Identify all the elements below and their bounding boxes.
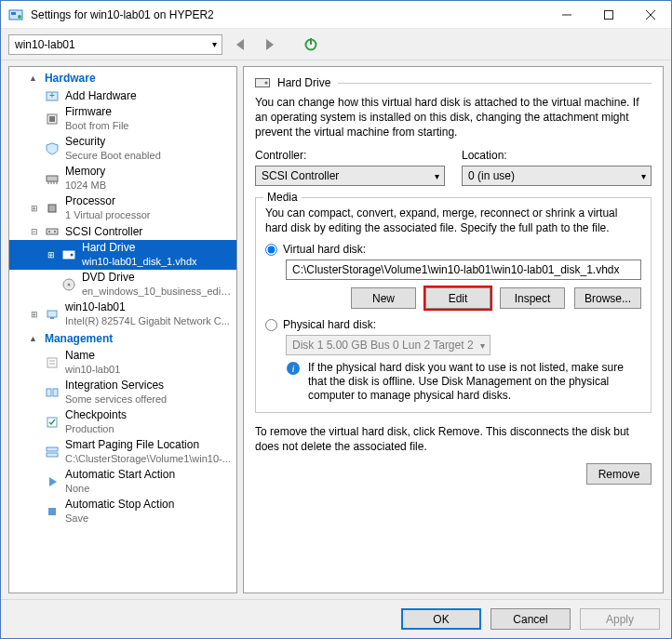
power-icon[interactable] — [302, 36, 319, 53]
hard-drive-icon — [61, 247, 76, 262]
browse-button[interactable]: Browse... — [574, 287, 641, 309]
location-select[interactable]: 0 (in use) ▾ — [462, 166, 652, 186]
svg-rect-34 — [53, 389, 58, 396]
apply-button: Apply — [580, 608, 660, 630]
vhd-radio-label: Virtual hard disk: — [283, 243, 366, 256]
autostart-icon — [45, 474, 60, 489]
svg-text:i: i — [291, 363, 294, 374]
app-icon — [8, 7, 23, 22]
remove-description: To remove the virtual hard disk, click R… — [255, 424, 652, 454]
settings-window: Settings for win10-lab01 on HYPER2 win10… — [0, 0, 672, 639]
hardware-section-header: ▲Hardware — [9, 69, 236, 87]
tree-processor[interactable]: ⊞ Processor1 Virtual processor — [9, 193, 236, 223]
tree-add-hardware[interactable]: + Add Hardware — [9, 87, 236, 104]
physical-disk-value: Disk 1 5.00 GB Bus 0 Lun 2 Target 2 — [292, 339, 474, 352]
svg-rect-39 — [48, 508, 56, 515]
inspect-button[interactable]: Inspect — [500, 287, 565, 309]
tree-hard-drive[interactable]: ⊞ Hard Drivewin10-lab01_disk_1.vhdx — [9, 240, 236, 270]
svg-point-22 — [48, 231, 50, 233]
edit-button[interactable]: Edit — [425, 287, 491, 309]
media-group: Media You can compact, convert, expand, … — [255, 197, 652, 413]
svg-marker-7 — [236, 39, 244, 50]
vhd-path-input[interactable] — [286, 260, 641, 280]
tree-dvd-drive[interactable]: DVD Driveen_windows_10_business_editi... — [9, 270, 236, 300]
management-section-header: ▲Management — [9, 329, 236, 348]
physical-disk-select: Disk 1 5.00 GB Bus 0 Lun 2 Target 2 ▾ — [286, 335, 491, 355]
cancel-button[interactable]: Cancel — [491, 608, 571, 630]
tree-integration-services[interactable]: Integration ServicesSome services offere… — [9, 378, 236, 407]
physical-radio[interactable] — [265, 319, 277, 331]
vm-selector-value: win10-lab01 — [15, 38, 75, 51]
add-hardware-icon: + — [45, 88, 60, 103]
svg-point-41 — [265, 82, 268, 85]
tree-network-adapter[interactable]: ⊞ win10-lab01Intel(R) 82574L Gigabit Net… — [9, 300, 236, 329]
svg-point-27 — [67, 284, 70, 286]
chevron-down-icon: ▾ — [435, 171, 439, 181]
physical-radio-row[interactable]: Physical hard disk: — [265, 318, 641, 331]
vhd-radio[interactable] — [265, 244, 277, 256]
hard-drive-icon — [255, 76, 270, 89]
svg-text:+: + — [49, 90, 55, 100]
dvd-icon — [61, 277, 76, 292]
controller-label: Controller: — [255, 149, 445, 162]
tree-scsi-controller[interactable]: ⊟ SCSI Controller — [9, 223, 236, 240]
svg-marker-38 — [49, 477, 57, 486]
svg-rect-14 — [49, 116, 55, 122]
window-title: Settings for win10-lab01 on HYPER2 — [31, 8, 545, 21]
tree-auto-start[interactable]: Automatic Start ActionNone — [9, 467, 236, 497]
controller-select[interactable]: SCSI Controller ▾ — [255, 166, 445, 186]
processor-icon — [45, 201, 60, 216]
shield-icon — [45, 141, 60, 156]
tree-security[interactable]: SecuritySecure Boot enabled — [9, 134, 236, 164]
integration-icon — [45, 385, 60, 400]
settings-tree[interactable]: ▲Hardware + Add Hardware FirmwareBoot fr… — [8, 66, 237, 593]
name-icon — [45, 355, 60, 370]
svg-point-23 — [54, 231, 56, 233]
content-pane: Hard Drive You can change how this virtu… — [243, 66, 664, 593]
memory-icon — [45, 171, 60, 186]
toolbar: win10-lab01 ▾ — [1, 29, 671, 60]
location-value: 0 (in use) — [468, 169, 515, 182]
intro-text: You can change how this virtual hard dis… — [255, 95, 652, 140]
tree-auto-stop[interactable]: Automatic Stop ActionSave — [9, 497, 236, 526]
media-description: You can compact, convert, expand, merge,… — [265, 206, 641, 235]
ok-button[interactable]: OK — [401, 608, 481, 630]
checkpoints-icon — [45, 415, 60, 430]
physical-info-text: If the physical hard disk you want to us… — [308, 361, 641, 403]
svg-point-2 — [18, 15, 21, 19]
titlebar: Settings for win10-lab01 on HYPER2 — [1, 1, 671, 29]
vhd-radio-row[interactable]: Virtual hard disk: — [265, 243, 641, 256]
minimize-button[interactable] — [545, 1, 587, 28]
svg-rect-36 — [47, 447, 58, 451]
location-label: Location: — [462, 149, 652, 162]
vm-selector[interactable]: win10-lab01 ▾ — [8, 34, 222, 55]
maximize-button[interactable] — [587, 1, 629, 28]
physical-radio-label: Physical hard disk: — [283, 318, 376, 331]
footer: OK Cancel Apply — [1, 599, 671, 638]
nav-back-button[interactable] — [232, 35, 250, 54]
svg-rect-20 — [48, 205, 56, 212]
svg-rect-29 — [50, 317, 54, 319]
tree-checkpoints[interactable]: CheckpointsProduction — [9, 407, 236, 437]
tree-name[interactable]: Namewin10-lab01 — [9, 348, 236, 378]
svg-marker-8 — [266, 39, 274, 50]
close-button[interactable] — [629, 1, 671, 28]
tree-memory[interactable]: Memory1024 MB — [9, 164, 236, 193]
paging-icon — [45, 445, 60, 459]
chevron-down-icon: ▾ — [480, 340, 485, 351]
svg-rect-33 — [47, 389, 51, 396]
section-header: Hard Drive — [255, 76, 652, 89]
media-group-label: Media — [263, 191, 302, 204]
tree-smart-paging[interactable]: Smart Paging File LocationC:\ClusterStor… — [9, 437, 236, 467]
svg-point-25 — [71, 254, 74, 257]
nav-forward-button[interactable] — [260, 35, 278, 54]
new-button[interactable]: New — [351, 287, 416, 309]
svg-rect-4 — [604, 10, 612, 19]
body: ▲Hardware + Add Hardware FirmwareBoot fr… — [1, 60, 671, 599]
remove-button[interactable]: Remove — [586, 463, 652, 485]
chevron-down-icon: ▾ — [641, 171, 646, 181]
tree-firmware[interactable]: FirmwareBoot from File — [9, 104, 236, 134]
firmware-icon — [45, 112, 60, 126]
autostop-icon — [45, 504, 60, 519]
svg-rect-15 — [47, 176, 58, 181]
